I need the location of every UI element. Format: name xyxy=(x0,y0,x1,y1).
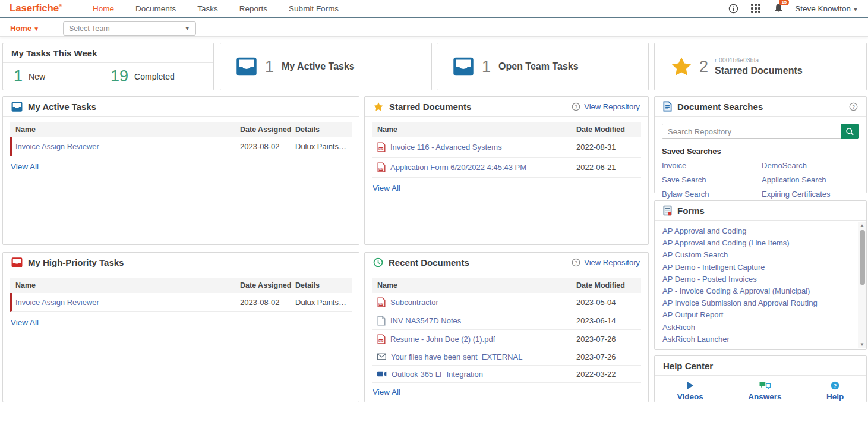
card-title: My Tasks This Week xyxy=(3,43,213,63)
svg-text:?: ? xyxy=(575,104,578,109)
view-all-link[interactable]: View All xyxy=(11,162,39,171)
form-link[interactable]: AP Approval and Coding xyxy=(662,225,851,237)
search-button[interactable] xyxy=(841,124,859,139)
new-label: New xyxy=(29,72,45,81)
scroll-down-arrow[interactable]: ▼ xyxy=(858,341,866,348)
document-link[interactable]: Outlook 365 LF Integration xyxy=(392,370,483,379)
app-grid-icon[interactable] xyxy=(750,2,762,14)
saved-searches-label: Saved Searches xyxy=(662,147,859,156)
table-row[interactable]: PDF Subcontractor 2023-05-04 xyxy=(372,293,641,311)
laserfiche-logo[interactable]: Laserfiche® xyxy=(10,2,62,14)
card-starred-documents[interactable]: 2 r-0001b6e03bfa Starred Documents xyxy=(654,43,867,90)
table-row[interactable]: Your files have been sent_EXTERNAL_ 2023… xyxy=(372,348,641,366)
date-modified: 2022-03-22 xyxy=(576,370,636,379)
form-link[interactable]: AskRicoh Launcher xyxy=(662,333,851,345)
saved-search-link[interactable]: Expiring Certificates xyxy=(762,190,859,199)
nav-item-documents[interactable]: Documents xyxy=(135,4,176,13)
star-icon xyxy=(670,56,693,77)
notifications-bell-icon[interactable]: 15 xyxy=(772,2,784,14)
laserfiche-dashboard: Laserfiche® Home Documents Tasks Reports… xyxy=(0,0,868,425)
help-item-help[interactable]: ? Help xyxy=(826,381,844,401)
help-item-label: Videos xyxy=(677,392,703,401)
svg-text:?: ? xyxy=(852,104,855,109)
info-icon[interactable] xyxy=(727,2,739,14)
form-link[interactable]: AP Demo - Intelligent Capture xyxy=(662,262,851,273)
tasks-icon xyxy=(11,102,23,112)
saved-search-link[interactable]: Save Search xyxy=(662,175,759,184)
user-menu[interactable]: Steve Knowlton▼ xyxy=(795,4,858,13)
document-link[interactable]: Resume - John Doe (2) (1).pdf xyxy=(390,335,495,344)
view-all-link[interactable]: View All xyxy=(373,388,400,396)
document-search-icon xyxy=(663,101,672,112)
document-link[interactable]: Subcontractor xyxy=(390,298,438,307)
date-modified: 2023-07-26 xyxy=(576,352,636,361)
search-icon xyxy=(845,127,854,136)
nav-item-reports[interactable]: Reports xyxy=(239,4,267,13)
table-row[interactable]: Invoice Assign Reviewer 2023-08-02 Dulux… xyxy=(10,293,352,312)
panel-title: Help Center xyxy=(655,356,866,376)
form-link[interactable]: AP Demo - Posted Invoices xyxy=(662,273,851,285)
nav-item-submit-forms[interactable]: Submit Forms xyxy=(289,4,339,13)
table-row[interactable]: PDF Application Form 6/20/2022 4:45:43 P… xyxy=(372,158,641,178)
repository-id: r-0001b6e03bfa xyxy=(715,56,803,64)
active-tasks-count: 1 xyxy=(265,58,274,76)
saved-search-link[interactable]: Bylaw Search xyxy=(662,190,759,199)
team-select-dropdown[interactable]: Select Team ▼ xyxy=(63,21,196,36)
task-details: Dulux Paints I... xyxy=(295,298,346,307)
view-repository-link[interactable]: View Repository xyxy=(584,258,640,267)
table-row[interactable]: Invoice Assign Reviewer 2023-08-02 Dulux… xyxy=(10,137,352,156)
view-repository-link[interactable]: View Repository xyxy=(584,102,640,111)
dashboard-selector[interactable]: Home▼ xyxy=(10,24,39,33)
panel-title: My Active Tasks xyxy=(28,102,96,112)
logo-text: Laserfiche xyxy=(10,2,59,14)
top-nav: Laserfiche® Home Documents Tasks Reports… xyxy=(0,0,868,18)
question-circle-icon[interactable]: ? xyxy=(572,258,580,267)
search-input[interactable] xyxy=(662,124,841,139)
date-modified: 2023-05-04 xyxy=(576,298,636,307)
saved-search-link[interactable]: Invoice xyxy=(662,161,759,170)
help-item-videos[interactable]: Videos xyxy=(677,381,703,401)
column-header-name: Name xyxy=(377,281,576,289)
question-circle-icon[interactable]: ? xyxy=(849,102,858,111)
form-link[interactable]: AP Custom Search xyxy=(662,249,851,261)
task-link[interactable]: Invoice Assign Reviewer xyxy=(15,142,99,151)
task-link[interactable]: Invoice Assign Reviewer xyxy=(15,298,99,307)
view-all-link[interactable]: View All xyxy=(373,184,400,193)
form-link[interactable]: AP Output Report xyxy=(662,309,851,321)
document-link[interactable]: Your files have been sent_EXTERNAL_ xyxy=(391,352,527,361)
saved-search-link[interactable]: DemoSearch xyxy=(762,161,859,170)
nav-item-tasks[interactable]: Tasks xyxy=(197,4,218,13)
question-circle-icon[interactable]: ? xyxy=(572,102,580,111)
email-icon xyxy=(377,353,386,360)
scrollbar-thumb[interactable] xyxy=(860,230,865,285)
panel-title: Forms xyxy=(677,206,705,216)
panel-title: Document Searches xyxy=(677,102,763,112)
help-item-answers[interactable]: Answers xyxy=(748,381,781,401)
column-header-date-modified: Date Modified xyxy=(576,125,636,134)
view-all-link[interactable]: View All xyxy=(11,318,39,327)
tasks-icon xyxy=(453,57,474,76)
card-open-team-tasks[interactable]: 1 Open Team Tasks xyxy=(437,43,649,90)
scroll-up-arrow[interactable]: ▲ xyxy=(858,222,866,229)
form-link[interactable]: AP - Invoice Coding & Approval (Municipa… xyxy=(662,285,851,297)
document-link[interactable]: INV NA3547D Notes xyxy=(390,316,461,325)
document-link[interactable]: Application Form 6/20/2022 4:45:43 PM xyxy=(390,163,526,172)
form-link[interactable]: Building Maintenance Request (1) xyxy=(662,345,851,348)
form-link[interactable]: AP Approval and Coding (Line Items) xyxy=(662,237,851,249)
saved-search-link[interactable]: Application Search xyxy=(762,175,859,184)
form-link[interactable]: AskRicoh xyxy=(662,322,851,333)
forms-scrollbar[interactable]: ▲ ▼ xyxy=(858,222,866,348)
table-row[interactable]: PDF Invoice 116 - Advanced Systems 2022-… xyxy=(372,137,641,158)
form-link[interactable]: AP Invoice Submission and Approval Routi… xyxy=(662,297,851,309)
pdf-icon: PDF xyxy=(377,162,386,172)
document-link[interactable]: Invoice 116 - Advanced Systems xyxy=(390,143,502,152)
nav-item-home[interactable]: Home xyxy=(93,4,114,13)
card-my-active-tasks[interactable]: 1 My Active Tasks xyxy=(220,43,432,90)
table-row[interactable]: INV NA3547D Notes 2023-06-14 xyxy=(372,311,641,330)
table-row[interactable]: PDF Resume - John Doe (2) (1).pdf 2023-0… xyxy=(372,330,641,348)
nav-menu: Home Documents Tasks Reports Submit Form… xyxy=(93,4,339,13)
team-select-placeholder: Select Team xyxy=(69,24,182,33)
table-row[interactable]: Outlook 365 LF Integration 2022-03-22 xyxy=(372,366,641,383)
help-item-label: Answers xyxy=(748,392,781,401)
date-modified: 2022-08-31 xyxy=(576,143,636,152)
